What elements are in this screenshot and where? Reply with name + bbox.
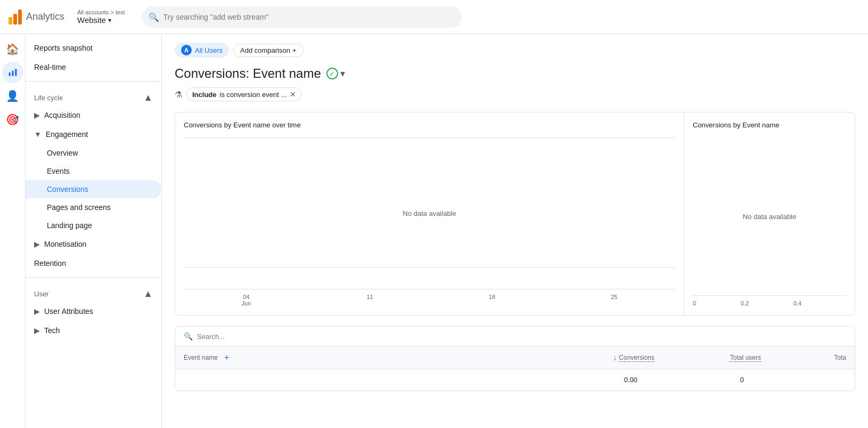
table-search-icon: 🔍 — [184, 332, 193, 341]
add-comparison-label: Add comparison — [240, 46, 290, 54]
filter-bar: ⚗ Include is conversion event ... ✕ — [175, 87, 855, 101]
sidebar-realtime-label: Real-time — [34, 63, 66, 71]
table-header: Event name + ↓ Conversions Total users T… — [175, 346, 855, 369]
charts-row: Conversions by Event name over time No d… — [175, 112, 855, 316]
sidebar-item-reports-snapshot[interactable]: Reports snapshot — [26, 38, 161, 58]
page-title-text: Conversions: Event name — [175, 66, 321, 81]
page-title-status: ✓ ▾ — [326, 68, 345, 79]
page-title: Conversions: Event name ✓ ▾ — [175, 66, 855, 81]
user-collapse-icon: ▲ — [143, 288, 153, 300]
app-title: Analytics — [26, 11, 64, 22]
x-label-25: 25 — [611, 294, 617, 306]
svg-rect-1 — [12, 71, 13, 76]
status-check-icon: ✓ — [326, 68, 338, 79]
chart-y-axis: 0 0.2 0.4 — [693, 295, 846, 306]
x-label-04: 04 Jun — [242, 294, 251, 306]
cell-conversions: 0.00 — [548, 376, 654, 384]
title-dropdown-icon[interactable]: ▾ — [340, 68, 345, 79]
chart-right-area: No data available — [693, 138, 846, 295]
search-icon: 🔍 — [149, 12, 159, 22]
filter-chip-close-icon[interactable]: ✕ — [290, 90, 296, 99]
overview-label: Overview — [47, 149, 78, 157]
all-users-badge[interactable]: A All Users — [175, 43, 229, 58]
tech-label: Tech — [44, 326, 60, 335]
monetisation-expand-icon: ▶ — [34, 240, 40, 248]
account-breadcrumb: All accounts > test — [77, 9, 125, 15]
filter-icon: ⚗ — [175, 90, 182, 100]
global-search[interactable]: 🔍 — [142, 6, 462, 28]
retention-label: Retention — [34, 259, 66, 268]
sidebar-user-header[interactable]: User ▲ — [26, 282, 161, 302]
sidebar-item-user-attributes[interactable]: ▶ User Attributes — [26, 302, 161, 321]
col-header-conversions: ↓ Conversions — [548, 353, 654, 362]
user-attributes-label: User Attributes — [44, 307, 93, 316]
topbar: Analytics All accounts > test Website 🔍 — [0, 0, 868, 34]
chart-left-no-data: No data available — [403, 209, 456, 217]
col-header-total: Tota — [761, 353, 846, 362]
sidebar-item-monetisation[interactable]: ▶ Monetisation — [26, 235, 161, 254]
account-selector[interactable]: All accounts > test Website — [77, 9, 125, 25]
landing-label: Landing page — [47, 221, 92, 230]
app-body: 🏠 👤 🎯 Reports snapshot Real-time Life cy… — [0, 34, 868, 428]
monetisation-label: Monetisation — [44, 240, 86, 248]
sidebar-reports-snapshot-label: Reports snapshot — [34, 44, 93, 52]
logo: Analytics — [9, 10, 64, 25]
acquisition-expand-icon: ▶ — [34, 111, 40, 119]
y-label-0: 0 — [693, 300, 696, 306]
sidebar-item-engagement[interactable]: ▼ Engagement — [26, 125, 161, 144]
sidebar: Reports snapshot Real-time Life cycle ▲ … — [26, 34, 162, 428]
filter-chip[interactable]: Include is conversion event ... ✕ — [186, 87, 302, 101]
svg-rect-0 — [9, 72, 10, 76]
chart-left-title: Conversions by Event name over time — [184, 121, 675, 129]
col-add-button[interactable]: + — [224, 353, 229, 362]
sidebar-subitem-events[interactable]: Events — [26, 162, 161, 180]
table-row: 0.00 0 — [175, 369, 855, 391]
events-label: Events — [47, 167, 70, 175]
nav-home[interactable]: 🏠 — [2, 38, 23, 60]
icon-rail: 🏠 👤 🎯 — [0, 34, 26, 428]
chart-right-title: Conversions by Event name — [693, 121, 846, 129]
chart-x-axis: 04 Jun 11 18 25 — [184, 289, 675, 306]
sidebar-lifecycle-header[interactable]: Life cycle ▲ — [26, 86, 161, 106]
filter-chip-value: is conversion event ... — [220, 91, 287, 99]
cell-total — [761, 376, 846, 384]
sidebar-subitem-pages[interactable]: Pages and screens — [26, 198, 161, 216]
analytics-logo-icon — [9, 10, 22, 25]
table-search-input[interactable] — [197, 333, 846, 341]
sidebar-item-realtime[interactable]: Real-time — [26, 58, 161, 77]
sidebar-subitem-landing[interactable]: Landing page — [26, 216, 161, 235]
nav-target[interactable]: 🎯 — [2, 109, 23, 130]
sidebar-item-tech[interactable]: ▶ Tech — [26, 321, 161, 340]
x-label-18: 18 — [489, 294, 495, 306]
conversions-sort-icon: ↓ — [613, 353, 617, 362]
filter-chip-key: Include — [192, 91, 217, 99]
sidebar-item-retention[interactable]: Retention — [26, 254, 161, 273]
y-label-04: 0.4 — [793, 300, 801, 306]
lifecycle-label: Life cycle — [34, 94, 63, 102]
nav-reports[interactable] — [2, 62, 23, 83]
svg-rect-2 — [15, 69, 17, 76]
sidebar-subitem-overview[interactable]: Overview — [26, 144, 161, 162]
chart-left: Conversions by Event name over time No d… — [175, 112, 684, 315]
conversions-label: Conversions — [47, 185, 88, 193]
sidebar-divider-1 — [26, 81, 161, 82]
all-users-label: All Users — [195, 46, 223, 54]
add-comparison-button[interactable]: Add comparison + — [233, 44, 304, 57]
acquisition-label: Acquisition — [44, 111, 80, 119]
engagement-label: Engagement — [46, 130, 88, 139]
sidebar-subitem-conversions[interactable]: Conversions — [26, 180, 161, 198]
col-header-event-name: Event name + — [184, 353, 548, 362]
logo-bar-2 — [13, 14, 17, 25]
search-input[interactable] — [142, 6, 462, 28]
nav-people[interactable]: 👤 — [2, 85, 23, 107]
x-label-11: 11 — [366, 294, 373, 306]
col-header-total-users: Total users — [654, 353, 761, 362]
user-section-label: User — [34, 290, 48, 298]
logo-bar-3 — [18, 10, 22, 25]
data-table: 🔍 Event name + ↓ Conversions Total users… — [175, 326, 855, 391]
sidebar-item-acquisition[interactable]: ▶ Acquisition — [26, 106, 161, 125]
chart-right-no-data: No data available — [743, 213, 796, 221]
account-name[interactable]: Website — [77, 15, 125, 25]
pages-label: Pages and screens — [47, 203, 111, 212]
table-search-bar[interactable]: 🔍 — [175, 327, 855, 346]
